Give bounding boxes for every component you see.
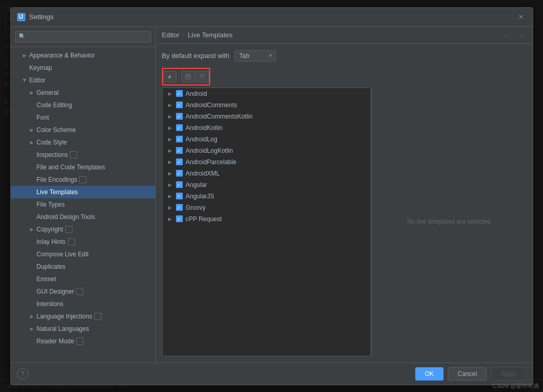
trash-icon — [184, 73, 192, 80]
group-name: AngularJS — [186, 193, 214, 200]
sidebar-item-general[interactable]: ▶ General — [11, 86, 155, 99]
sidebar-item-duplicates[interactable]: Duplicates — [11, 260, 155, 273]
group-item-android-comments[interactable]: ▶ AndroidComments — [163, 99, 371, 111]
sidebar-item-file-encodings[interactable]: File Encodings — [11, 173, 155, 186]
group-checkbox[interactable] — [176, 193, 183, 199]
sidebar-item-editor[interactable]: ▶ Editor — [11, 74, 155, 86]
forward-arrow[interactable]: → — [515, 31, 526, 39]
group-checkbox[interactable] — [176, 147, 183, 154]
dialog-body: 🔍 ▶ Appearance & Behavior Keymap — [11, 27, 533, 362]
group-item-angular[interactable]: ▶ Angular — [163, 179, 371, 191]
group-item-groovy[interactable]: ▶ Groovy — [163, 202, 371, 213]
group-item-android[interactable]: ▶ Android — [163, 88, 371, 99]
group-chevron-icon: ▶ — [167, 159, 174, 165]
chevron-placeholder — [28, 238, 36, 245]
group-item-android-log[interactable]: ▶ AndroidLog — [163, 134, 371, 145]
sidebar-item-intentions[interactable]: Intentions — [11, 298, 155, 310]
sidebar-item-font[interactable]: Font — [11, 111, 155, 124]
group-name: AndroidKotlin — [186, 124, 223, 132]
titlebar-left: IJ Settings — [17, 13, 54, 21]
close-button[interactable]: × — [516, 12, 526, 22]
back-arrow[interactable]: ← — [502, 31, 513, 39]
sidebar-item-file-types[interactable]: File Types — [11, 198, 155, 211]
sidebar-item-color-scheme[interactable]: ▶ Color Scheme — [11, 124, 155, 136]
group-item-android-kotlin[interactable]: ▶ AndroidKotlin — [163, 122, 371, 134]
chevron-placeholder — [28, 114, 36, 121]
group-item-android-xml[interactable]: ▶ AndroidXML — [163, 168, 371, 179]
sidebar-item-inspections[interactable]: Inspections — [11, 149, 155, 161]
group-checkbox[interactable] — [176, 158, 183, 165]
group-name: AndroidCommentsKotlin — [186, 113, 253, 120]
sidebar-item-live-templates[interactable]: Live Templates — [11, 186, 155, 198]
sidebar-item-reader-mode[interactable]: Reader Mode — [11, 335, 155, 347]
group-item-android-comments-kotlin[interactable]: ▶ AndroidCommentsKotlin — [163, 111, 371, 122]
no-selection-text: No live templates are selected — [407, 218, 491, 225]
search-input[interactable] — [28, 33, 148, 40]
group-checkbox[interactable] — [176, 113, 183, 120]
template-groups-list[interactable]: ▶ Android ▶ AndroidComments ▶ — [162, 88, 371, 356]
nav-label: Android Design Tools — [37, 213, 95, 221]
sidebar-item-keymap[interactable]: Keymap — [11, 62, 155, 74]
delete-template-button[interactable] — [181, 71, 195, 82]
watermark: CSDN @爱咋咋滴 — [493, 382, 539, 390]
dialog-footer: ? OK Cancel Apply — [11, 362, 533, 385]
apply-button[interactable]: Apply — [491, 367, 526, 381]
nav-label: GUI Designer — [37, 288, 75, 295]
group-item-angularjs[interactable]: ▶ AngularJS — [163, 191, 371, 202]
sidebar-item-inlay-hints[interactable]: Inlay Hints — [11, 236, 155, 248]
cancel-button[interactable]: Cancel — [448, 367, 487, 381]
sidebar-item-appearance[interactable]: ▶ Appearance & Behavior — [11, 49, 155, 62]
sidebar-item-code-style[interactable]: ▶ Code Style — [11, 136, 155, 149]
sidebar-item-language-injections[interactable]: ▶ Language Injections — [11, 310, 155, 323]
nav-label: Inspections — [37, 151, 68, 158]
breadcrumb-current: Live Templates — [188, 31, 232, 39]
sidebar-item-android-design-tools[interactable]: Android Design Tools — [11, 211, 155, 223]
chevron-placeholder — [28, 213, 36, 221]
chevron-icon: ▶ — [28, 325, 36, 332]
group-checkbox[interactable] — [176, 101, 183, 108]
detail-panel: No live templates are selected — [371, 88, 526, 356]
help-button[interactable]: ? — [17, 368, 28, 380]
ok-button[interactable]: OK — [415, 367, 444, 381]
sidebar-item-code-editing[interactable]: Code Editing — [11, 99, 155, 111]
nav-label: General — [37, 89, 59, 96]
expand-select-wrapper: Tab Enter Space ▼ — [234, 50, 276, 62]
group-checkbox[interactable] — [176, 215, 183, 222]
group-item-android-parcelable[interactable]: ▶ AndroidParcelable — [163, 156, 371, 168]
expand-select[interactable]: Tab Enter Space — [234, 50, 276, 62]
chevron-icon: ▶ — [28, 89, 36, 96]
sidebar-item-emmet[interactable]: Emmet — [11, 273, 155, 285]
sidebar-item-copyright[interactable]: ▶ Copyright — [11, 223, 155, 236]
chevron-icon: ▶ — [28, 139, 36, 146]
group-item-android-log-kotlin[interactable]: ▶ AndroidLogKotlin — [163, 145, 371, 156]
sidebar-item-compose-live-edit[interactable]: Compose Live Edit — [11, 248, 155, 260]
group-checkbox[interactable] — [176, 204, 183, 211]
group-item-cpp[interactable]: ▶ cPP Request — [163, 213, 371, 225]
group-checkbox[interactable] — [176, 124, 183, 131]
settings-icon — [76, 288, 83, 295]
group-name: Groovy — [186, 204, 206, 211]
sidebar-item-file-code-templates[interactable]: File and Code Templates — [11, 161, 155, 173]
group-checkbox[interactable] — [176, 181, 183, 188]
chevron-placeholder — [28, 176, 36, 183]
dialog-titlebar: IJ Settings × — [11, 8, 533, 27]
chevron-placeholder — [28, 251, 36, 258]
group-name: Angular — [186, 181, 207, 188]
sidebar-item-gui-designer[interactable]: GUI Designer — [11, 285, 155, 298]
group-chevron-icon: ▶ — [167, 148, 174, 153]
add-template-button[interactable]: + — [163, 71, 177, 82]
group-checkbox[interactable] — [176, 136, 183, 142]
nav-label: Copyright — [37, 226, 63, 233]
nav-label: Language Injections — [37, 313, 92, 320]
search-icon: 🔍 — [19, 33, 26, 40]
search-box: 🔍 — [11, 27, 155, 47]
group-name: Android — [186, 90, 207, 97]
group-chevron-icon: ▶ — [167, 182, 174, 187]
sidebar-item-natural-languages[interactable]: ▶ Natural Languages — [11, 323, 155, 335]
dialog-title: Settings — [30, 13, 54, 21]
group-checkbox[interactable] — [176, 90, 183, 97]
group-name: cPP Request — [186, 215, 222, 223]
revert-template-button[interactable] — [196, 71, 209, 82]
group-chevron-icon: ▶ — [167, 194, 174, 199]
group-checkbox[interactable] — [176, 170, 183, 177]
